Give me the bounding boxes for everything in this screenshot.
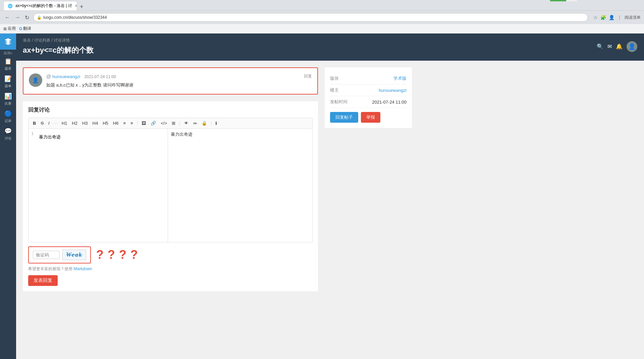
progress-bar-fill: [550, 0, 566, 1]
sidebar-item-todo[interactable]: 📝 题单: [0, 73, 16, 91]
new-tab-button[interactable]: +: [77, 3, 86, 10]
record-icon: 🔵: [4, 110, 12, 117]
post-author-avatar[interactable]: 👤: [29, 73, 42, 87]
toolbar-ordered-list[interactable]: ≡: [129, 120, 135, 126]
toolbar-unordered-list[interactable]: ≡: [121, 120, 127, 126]
sidebar-item-label-discuss: 讨论: [5, 136, 11, 141]
toolbar-code-block[interactable]: ⊞: [170, 120, 177, 126]
back-button[interactable]: ←: [3, 14, 11, 21]
extensions-button[interactable]: 🧩: [600, 15, 606, 20]
toolbar-fullscreen[interactable]: ⇔: [192, 120, 199, 126]
active-tab[interactable]: 🌐 ax+by<=c的解的个数 - 洛谷 | 讨 ✕: [3, 1, 77, 10]
sidebar-item-label-problems: 题库: [5, 66, 11, 71]
breadcrumb: 洛谷 / 讨论列表 / 讨论详情: [23, 38, 94, 43]
tab-favicon: 🌐: [8, 4, 13, 8]
avatar-image: 👤: [628, 43, 636, 50]
post-author-name[interactable]: hunxuewangzi: [52, 74, 80, 79]
preview-pane: 暴力出奇迹: [168, 129, 313, 242]
captcha-questions: ? ? ? ?: [96, 248, 138, 262]
toolbar-h2[interactable]: H2: [70, 120, 79, 126]
post-avatar-image: 👤: [32, 77, 39, 83]
problems-icon: 📋: [4, 58, 12, 65]
markdown-link[interactable]: Markdown: [73, 266, 92, 271]
browser-actions: ☆ 🧩 👤 ⋮ 阅读清单: [593, 15, 641, 20]
toolbar-sep-3: |: [179, 120, 180, 126]
bookmark-button[interactable]: ☆: [593, 15, 598, 20]
toolbar-info[interactable]: ℹ: [214, 120, 219, 126]
markdown-hint: 希望更丰富的展现？使用 Markdown: [28, 266, 313, 272]
sidebar-logo[interactable]: [0, 34, 16, 50]
toolbar-preview[interactable]: 👁: [182, 120, 190, 126]
profile-button[interactable]: 👤: [609, 15, 614, 20]
toolbar-link[interactable]: 🔗: [149, 120, 158, 126]
info-row-section: 版块 学术版: [330, 73, 407, 84]
bell-button[interactable]: 🔔: [616, 43, 623, 50]
sidebar-item-record[interactable]: 🔵 记录: [0, 108, 16, 125]
submit-reply-button[interactable]: 发表回复: [28, 275, 58, 286]
page-header: 洛谷 / 讨论列表 / 讨论详情 ax+by<=c的解的个数 🔍 ✉ 🔔 👤: [16, 34, 644, 61]
author-value[interactable]: hunxuewangzi: [379, 88, 407, 93]
toolbar-code-inline[interactable]: </>: [159, 120, 169, 126]
tab-close-button[interactable]: ✕: [75, 4, 77, 8]
address-bar[interactable]: 🔒 luogu.com.cn/discuss/show/332344: [33, 13, 588, 22]
author-label: 楼主: [330, 87, 339, 93]
question-mark-1: ?: [96, 248, 104, 262]
breadcrumb-discuss-detail: 讨论详情: [54, 38, 70, 43]
captcha-text: Weak: [66, 251, 83, 258]
browser-chrome: ← → ↻ 🔒 luogu.com.cn/discuss/show/332344…: [0, 11, 644, 24]
sidebar-item-label-todo: 题单: [5, 84, 11, 88]
sidebar: 应用» 📋 题库 📝 题单 📊 比赛 🔵 记录 💬 讨论: [0, 34, 16, 359]
toolbar-h5[interactable]: H5: [101, 120, 110, 126]
toolbar-image[interactable]: 🖼: [140, 120, 148, 126]
content-area: 👤 @ hunxuewangzi 2021-07-24 11:00 回复 如题 …: [16, 61, 419, 298]
sidebar-item-contest[interactable]: 📊 比赛: [0, 91, 16, 108]
toolbar-h1[interactable]: H1: [60, 120, 69, 126]
user-avatar[interactable]: 👤: [627, 41, 637, 52]
forward-button[interactable]: →: [13, 14, 21, 21]
translate-label: 翻译: [23, 26, 31, 32]
menu-button[interactable]: ⋮: [617, 15, 622, 20]
browser-controls: ← → ↻: [3, 14, 31, 21]
info-row-author: 楼主 hunxuewangzi: [330, 84, 407, 96]
breadcrumb-home[interactable]: 洛谷: [23, 38, 31, 43]
captcha-input[interactable]: [33, 251, 60, 259]
editor-textarea[interactable]: 暴力出奇迹: [36, 131, 165, 239]
captcha-box: Weak: [28, 246, 91, 263]
sidebar-apps-label: 应用»: [4, 51, 12, 56]
toolbar-h4[interactable]: H4: [91, 120, 100, 126]
reply-post-button[interactable]: 回复帖子: [330, 112, 358, 123]
mail-button[interactable]: ✉: [607, 43, 612, 50]
toolbar-lock[interactable]: 🔒: [200, 120, 209, 126]
sidebar-item-discuss[interactable]: 💬 讨论: [0, 125, 16, 143]
markdown-hint-text: 希望更丰富的展现？使用: [28, 266, 72, 271]
action-buttons: 回复帖子 举报: [330, 112, 407, 123]
reload-button[interactable]: ↻: [23, 14, 31, 21]
post-at-symbol: @: [46, 74, 52, 79]
search-button[interactable]: 🔍: [597, 43, 603, 50]
bookmark-apps[interactable]: ⊞ 应用: [3, 26, 16, 32]
question-mark-2: ?: [108, 248, 115, 262]
toolbar-strikethrough[interactable]: S: [39, 120, 45, 126]
sidebar-item-label-record: 记录: [5, 119, 11, 123]
post-time-label: 发帖时间: [330, 99, 347, 105]
editor-left-pane: 1 暴力出奇迹: [29, 129, 168, 242]
report-button[interactable]: 举报: [361, 112, 380, 123]
toolbar-sep-2: |: [137, 120, 138, 126]
reader-mode-label: 阅读清单: [625, 15, 641, 20]
captcha-row: Weak ? ? ? ?: [28, 246, 313, 263]
toolbar-bold[interactable]: B: [31, 120, 38, 126]
toolbar-h3[interactable]: H3: [80, 120, 90, 126]
captcha-image[interactable]: Weak: [62, 250, 86, 260]
post-header: @ hunxuewangzi 2021-07-24 11:00 回复: [46, 73, 312, 79]
bookmark-translate[interactable]: G 翻译: [19, 26, 31, 32]
post-time: 2021-07-24 11:00: [84, 74, 116, 79]
toolbar-sep-1: —: [53, 120, 58, 126]
post-meta: @ hunxuewangzi 2021-07-24 11:00: [46, 74, 116, 79]
breadcrumb-discuss-list[interactable]: 讨论列表: [34, 38, 50, 43]
toolbar-italic[interactable]: I: [47, 120, 51, 126]
toolbar-h6[interactable]: H6: [111, 120, 120, 126]
sidebar-item-problems[interactable]: 📋 题库: [0, 56, 16, 73]
post-time-value: 2021-07-24 11:00: [372, 100, 407, 105]
section-value[interactable]: 学术版: [393, 75, 407, 81]
post-reply-button[interactable]: 回复: [304, 73, 312, 79]
